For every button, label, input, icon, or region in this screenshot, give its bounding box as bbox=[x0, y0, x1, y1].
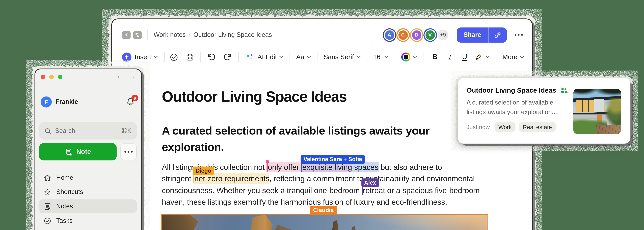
card-tag[interactable]: Work bbox=[495, 122, 515, 132]
sidebar-item-shortcuts[interactable]: Shortcuts bbox=[39, 185, 137, 199]
history-navigation: ← → bbox=[116, 72, 136, 80]
document-paragraph[interactable]: All listings in this collection not only… bbox=[162, 162, 480, 208]
search-input[interactable]: Search ⌘K bbox=[39, 122, 137, 140]
more-formatting-dropdown[interactable]: More bbox=[502, 53, 524, 61]
underline-button[interactable]: U bbox=[459, 53, 470, 61]
ai-edit-button[interactable]: AI Edit bbox=[245, 52, 284, 61]
chevron-down-icon bbox=[413, 56, 417, 58]
calendar-button[interactable] bbox=[186, 53, 194, 61]
document-image[interactable] bbox=[161, 214, 488, 230]
card-description: A curated selection of available listing… bbox=[466, 98, 559, 116]
home-icon bbox=[44, 174, 52, 182]
document-subtitle[interactable]: A curated selection of available listing… bbox=[162, 123, 430, 155]
back-button[interactable] bbox=[122, 30, 130, 39]
paragraph-line-3: consciousness. Whether you seek a tranqu… bbox=[162, 185, 480, 197]
ai-edit-label: AI Edit bbox=[258, 53, 277, 61]
collaborator-avatars[interactable]: A C D V +9 bbox=[380, 29, 448, 40]
ai-sparkles-icon bbox=[245, 52, 255, 61]
cursor-caret-pink bbox=[267, 163, 268, 172]
redo-icon bbox=[223, 52, 232, 61]
expand-icon bbox=[135, 32, 140, 37]
insert-label: Insert bbox=[135, 53, 151, 61]
tasks-icon bbox=[44, 217, 52, 225]
insert-button[interactable]: + Insert bbox=[122, 52, 158, 62]
undo-button[interactable] bbox=[207, 52, 216, 61]
sidebar-nav: Home Shortcuts Notes bbox=[39, 171, 137, 228]
new-note-label: Note bbox=[76, 148, 91, 155]
nav-forward-arrow[interactable]: → bbox=[129, 72, 136, 80]
chevron-down-icon bbox=[154, 56, 158, 58]
minimize-window-button[interactable] bbox=[49, 75, 54, 79]
desktop-background: Work notes › Outdoor Living Space Ideas … bbox=[0, 0, 644, 230]
sidebar-item-label: Notes bbox=[56, 203, 73, 210]
sidebar-item-notes[interactable]: Notes bbox=[39, 199, 137, 213]
ellipsis-icon bbox=[124, 149, 133, 154]
formatting-toolbar: + Insert bbox=[122, 49, 524, 65]
collaborator-label-valentina: Valentina Sara + Sofia bbox=[300, 155, 365, 164]
notification-badge: 9 bbox=[132, 95, 138, 101]
user-avatar[interactable]: F bbox=[40, 96, 52, 107]
card-timestamp: Just now bbox=[466, 124, 490, 130]
sidebar-item-home[interactable]: Home bbox=[39, 171, 137, 185]
color-wheel-icon bbox=[401, 52, 410, 61]
bold-button[interactable]: B bbox=[430, 53, 440, 61]
nav-back-arrow[interactable]: ← bbox=[116, 72, 123, 80]
shared-people-icon bbox=[560, 87, 568, 94]
breadcrumb-current[interactable]: Outdoor Living Space Ideas bbox=[193, 31, 272, 38]
highlight-button[interactable] bbox=[475, 53, 490, 61]
more-options-button[interactable] bbox=[514, 32, 524, 37]
text-style-dropdown[interactable]: Aa bbox=[296, 53, 311, 61]
paragraph-line-2: stringent Diegonet-zero requirements, re… bbox=[162, 173, 480, 185]
share-button[interactable]: Share bbox=[456, 27, 507, 42]
header-divider bbox=[148, 29, 148, 40]
note-preview-card[interactable]: Outdoor Living Space Ideas A curated sel… bbox=[458, 78, 630, 144]
cursor-caret-diego: Diego bbox=[193, 175, 194, 184]
zoom-window-button[interactable] bbox=[58, 75, 62, 79]
avatar[interactable]: D bbox=[412, 30, 421, 39]
card-tag[interactable]: Real estate bbox=[519, 122, 556, 132]
more-label: More bbox=[502, 53, 518, 61]
user-profile-row[interactable]: F Frankie 9 bbox=[40, 96, 136, 108]
sidebar-item-tasks[interactable]: Tasks bbox=[39, 214, 137, 228]
expand-button[interactable] bbox=[133, 30, 142, 39]
avatar[interactable]: A bbox=[385, 30, 394, 39]
new-note-button[interactable]: Note bbox=[39, 143, 117, 161]
undo-icon bbox=[207, 52, 216, 61]
card-description-line: listings awaits your exploration.... bbox=[466, 107, 559, 116]
star-icon bbox=[44, 188, 52, 196]
close-window-button[interactable] bbox=[40, 75, 45, 79]
selection-pink: only offer bbox=[268, 162, 301, 172]
highlighter-icon bbox=[475, 53, 483, 61]
subtitle-line: A curated selection of available listing… bbox=[162, 123, 430, 139]
copy-link-button[interactable] bbox=[488, 27, 507, 42]
collaborator-label-alex: Alex bbox=[361, 178, 379, 187]
chevron-down-icon bbox=[307, 56, 311, 58]
font-size-dropdown[interactable]: 16 bbox=[373, 53, 389, 61]
avatar-overflow-count[interactable]: +9 bbox=[438, 29, 448, 40]
note-plus-icon bbox=[65, 148, 72, 156]
user-name: Frankie bbox=[56, 98, 78, 105]
text-color-picker[interactable] bbox=[401, 52, 417, 61]
font-family-dropdown[interactable]: Sans Serif bbox=[324, 53, 360, 61]
search-icon bbox=[44, 127, 51, 134]
italic-button[interactable]: I bbox=[444, 53, 455, 61]
breadcrumb-parent[interactable]: Work notes bbox=[154, 31, 186, 38]
chevron-down-icon bbox=[486, 56, 490, 58]
notifications-button[interactable]: 9 bbox=[126, 97, 136, 107]
redo-button[interactable] bbox=[223, 52, 232, 61]
sidebar-item-label: Home bbox=[56, 174, 73, 181]
breadcrumb-separator: › bbox=[188, 32, 190, 38]
notes-icon bbox=[44, 203, 52, 211]
task-button[interactable] bbox=[170, 53, 178, 61]
chevron-down-icon bbox=[356, 56, 360, 58]
card-meta-row: Just now Work Real estate bbox=[466, 122, 556, 132]
note-more-button[interactable] bbox=[120, 143, 137, 161]
document-title[interactable]: Outdoor Living Space Ideas bbox=[162, 88, 347, 106]
sidebar-item-label: Shortcuts bbox=[56, 188, 83, 196]
cursor-caret-alex: Alex bbox=[362, 186, 363, 195]
avatar[interactable]: V bbox=[425, 30, 435, 39]
plus-icon: + bbox=[122, 52, 131, 62]
avatar[interactable]: C bbox=[398, 30, 408, 39]
card-description-line: A curated selection of available bbox=[466, 98, 559, 107]
note-actions-row: Note bbox=[39, 143, 137, 161]
